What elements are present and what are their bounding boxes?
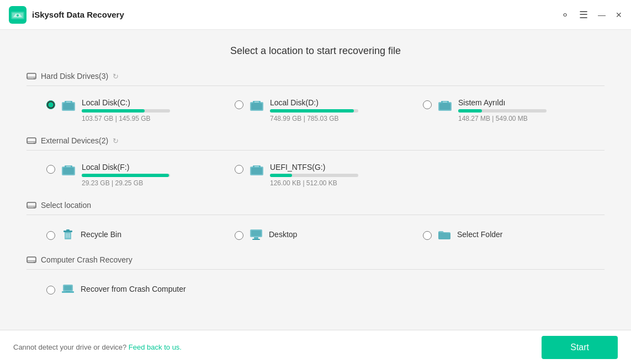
drive-progress-bg-f [82, 174, 170, 177]
svg-rect-10 [66, 101, 71, 103]
drive-progress-bg-d [270, 109, 358, 113]
external-devices-grid: Local Disk(F:) 29.23 GB | 29.25 GB [26, 158, 605, 191]
drive-icon-c [61, 98, 76, 114]
drive-info-d: Local Disk(D:) 748.99 GB | 785.03 GB [270, 98, 410, 122]
location-grid: Recycle Bin Desktop Se [26, 223, 605, 246]
svg-point-6 [34, 78, 35, 79]
svg-rect-43 [27, 257, 36, 263]
svg-rect-8 [63, 103, 74, 110]
drive-progress-bg-c [82, 109, 170, 113]
svg-rect-29 [254, 166, 259, 167]
svg-rect-47 [64, 286, 72, 290]
drive-icon-f [61, 163, 76, 178]
location-name-recyclebin: Recycle Bin [81, 230, 121, 239]
hard-disk-grid: Local Disk(C:) 103.57 GB | 145.95 GB [26, 94, 605, 127]
svg-rect-16 [439, 103, 450, 110]
svg-rect-30 [27, 202, 36, 208]
drive-item-g[interactable]: UEFI_NTFS(G:) 126.00 KB | 512.00 KB [228, 158, 416, 191]
hard-disk-section: Hard Disk Drives(3) ↻ Local Disk(C:) [26, 71, 605, 127]
minimize-button[interactable]: — [598, 10, 606, 19]
location-name-crash: Recover from Crash Computer [81, 285, 186, 293]
drive-size-d: 748.99 GB | 785.03 GB [270, 115, 410, 122]
drive-radio-d[interactable] [235, 100, 243, 109]
location-item-desktop[interactable]: Desktop [228, 223, 416, 246]
menu-icon[interactable]: ☰ [579, 10, 588, 20]
drive-size-g: 126.00 KB | 512.00 KB [270, 179, 410, 187]
crash-recovery-grid: Recover from Crash Computer [26, 277, 605, 301]
drive-name-f: Local Disk(F:) [82, 163, 221, 172]
location-radio-desktop[interactable] [235, 231, 243, 240]
drive-icon-sistem [437, 98, 453, 114]
window-controls: ⚬ ☰ — ✕ [561, 10, 622, 20]
external-devices-section: External Devices(2) ↻ Local Disk(F:) [26, 136, 605, 191]
drive-progress-fill-c [82, 109, 145, 113]
external-devices-label: External Devices(2) [41, 136, 108, 145]
svg-rect-49 [66, 291, 70, 292]
external-devices-refresh[interactable]: ↻ [113, 137, 119, 145]
drive-info-c: Local Disk(C:) 103.57 GB | 145.95 GB [82, 98, 221, 122]
drive-item-d[interactable]: Local Disk(D:) 748.99 GB | 785.03 GB [228, 94, 416, 127]
svg-rect-42 [252, 239, 260, 240]
drive-radio-c[interactable] [46, 100, 55, 109]
ext-section-icon [26, 136, 36, 146]
page-title: Select a location to start recovering fi… [26, 45, 605, 57]
start-button[interactable]: Start [542, 336, 618, 359]
drive-size-f: 29.23 GB | 29.25 GB [82, 179, 221, 187]
hard-disk-label: Hard Disk Drives(3) [41, 72, 108, 81]
loc-section-icon [26, 200, 36, 210]
main-content: Select a location to start recovering fi… [0, 30, 631, 330]
drive-item-sistem[interactable]: Sistem Ayrıldı 148.27 MB | 549.00 MB [416, 94, 605, 127]
svg-rect-25 [66, 166, 71, 167]
footer-link[interactable]: Feed back to us. [129, 343, 182, 351]
user-icon[interactable]: ⚬ [561, 10, 569, 20]
drive-radio-g[interactable] [235, 165, 243, 174]
laptop-icon [61, 282, 75, 296]
svg-point-45 [34, 262, 35, 263]
svg-rect-4 [27, 73, 36, 79]
hard-disk-refresh[interactable]: ↻ [113, 72, 119, 81]
recyclebin-icon [61, 227, 75, 242]
drive-icon-d [249, 98, 264, 114]
drive-radio-sistem[interactable] [423, 100, 432, 109]
svg-rect-35 [66, 229, 70, 231]
drive-info-f: Local Disk(F:) 29.23 GB | 29.25 GB [82, 163, 221, 187]
location-item-folder[interactable]: Select Folder [416, 223, 605, 246]
drive-progress-fill-sistem [458, 109, 482, 113]
drive-info-g: UEFI_NTFS(G:) 126.00 KB | 512.00 KB [270, 163, 410, 187]
drive-progress-fill-f [82, 174, 169, 177]
svg-rect-12 [251, 103, 262, 110]
drive-progress-bg-sistem [458, 109, 547, 113]
external-devices-header: External Devices(2) ↻ [26, 136, 605, 151]
desktop-icon [249, 227, 263, 242]
svg-point-21 [34, 143, 35, 144]
select-location-section: Select location Recycle Bin [26, 200, 605, 246]
location-radio-crash[interactable] [46, 286, 55, 295]
crash-recovery-section: Computer Crash Recovery Recover from Cra… [26, 255, 605, 301]
drive-item-f[interactable]: Local Disk(F:) 29.23 GB | 29.25 GB [40, 158, 228, 191]
select-location-header: Select location [26, 200, 605, 215]
svg-point-32 [34, 207, 35, 208]
select-location-label: Select location [41, 201, 91, 210]
location-radio-recyclebin[interactable] [46, 231, 55, 240]
footer-message: Cannot detect your drive or device? Feed… [13, 343, 182, 351]
drive-size-sistem: 148.27 MB | 549.00 MB [458, 115, 598, 122]
svg-rect-23 [63, 168, 74, 174]
location-name-folder: Select Folder [457, 230, 502, 239]
titlebar: iSkysoft Data Recovery ⚬ ☰ — ✕ [0, 0, 631, 30]
drive-name-g: UEFI_NTFS(G:) [270, 163, 410, 172]
footer: Cannot detect your drive or device? Feed… [0, 330, 631, 364]
drive-progress-bg-g [270, 174, 358, 177]
location-item-crash[interactable]: Recover from Crash Computer [40, 277, 228, 301]
hdd-section-icon [26, 71, 36, 81]
app-logo [9, 6, 26, 24]
drive-radio-f[interactable] [46, 165, 55, 174]
drive-progress-fill-d [270, 109, 354, 113]
close-button[interactable]: ✕ [616, 10, 622, 19]
drive-progress-fill-g [270, 174, 292, 177]
location-radio-folder[interactable] [423, 231, 432, 240]
crash-recovery-header: Computer Crash Recovery [26, 255, 605, 270]
drive-item-c[interactable]: Local Disk(C:) 103.57 GB | 145.95 GB [40, 94, 228, 127]
location-item-recyclebin[interactable]: Recycle Bin [40, 223, 228, 246]
svg-rect-18 [443, 101, 447, 103]
svg-rect-40 [251, 231, 261, 236]
